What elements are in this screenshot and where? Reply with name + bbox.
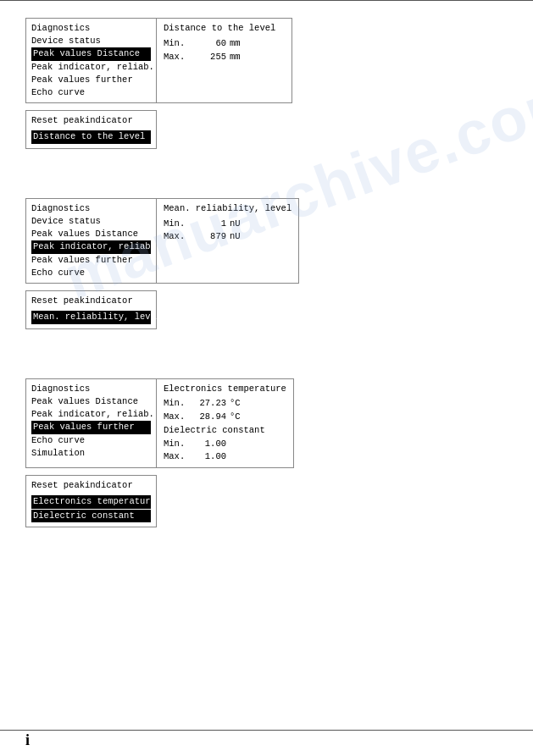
reset-item-3-0[interactable]: Electronics temperature [31,495,151,509]
data-unit-3-0: °C [230,397,247,411]
menu-title-3: Diagnostics [31,383,151,395]
menu-item-3-0[interactable]: Peak values Distance [31,395,151,408]
data-value-1-1: 255 [192,51,226,64]
data-row-3-0: Min. 27.23 °C [164,397,286,411]
spacer-2 [25,345,508,378]
info-icon: i [25,731,30,749]
reset-item-1-0[interactable]: Distance to the level [31,130,151,144]
data-title-3: Electronics temperature [164,383,286,396]
menu-item-3-2[interactable]: Peak values further [31,421,151,433]
data-unit-1-1: mm [230,51,247,64]
data-label-3-2: Dielectric constant [164,424,265,438]
menu-panel-2: Diagnostics Device status Peak values Di… [25,198,157,284]
panel-group-3: Diagnostics Peak values Distance Peak in… [25,378,508,469]
data-row-3-2: Dielectric constant [164,424,286,438]
data-label-3-3: Min. [164,438,189,451]
menu-item-1-4[interactable]: Echo curve [31,86,151,99]
menu-item-2-2[interactable]: Peak indicator, reliab. [31,240,151,253]
data-value-1-0: 60 [192,37,226,51]
data-label-1-1: Max. [164,51,189,64]
data-unit-3-1: °C [230,411,247,424]
data-row-1-1: Max. 255 mm [164,51,285,64]
data-row-2-1: Max. 879 nU [164,230,291,244]
data-row-3-1: Max. 28.94 °C [164,411,286,424]
data-label-3-0: Min. [164,397,189,411]
data-label-1-0: Min. [164,37,189,51]
panel-group-2: Diagnostics Device status Peak values Di… [25,198,508,284]
hr-bottom [0,730,533,731]
data-value-3-4: 1.00 [192,450,226,464]
menu-item-3-3[interactable]: Echo curve [31,434,151,447]
reset-title-2: Reset peakindicator [31,295,151,308]
page-container: manuarchive.com Diagnostics Device statu… [0,0,533,756]
data-label-2-0: Min. [164,218,189,231]
panel-group-1: Diagnostics Device status Peak values Di… [25,18,508,103]
menu-item-1-0[interactable]: Device status [31,35,151,47]
reset-title-3: Reset peakindicator [31,479,151,493]
data-value-2-1: 879 [192,230,226,244]
reset-title-1: Reset peakindicator [31,114,151,128]
data-row-2-0: Min. 1 nU [164,218,291,231]
section-3: Diagnostics Peak values Distance Peak in… [25,378,508,528]
reset-panel-3: Reset peakindicator Electronics temperat… [25,475,157,527]
menu-item-2-3[interactable]: Peak values further [31,254,151,267]
reset-panel-2: Reset peakindicator Mean. reliability, l… [25,290,157,329]
menu-item-1-1[interactable]: Peak values Distance [31,47,151,60]
data-value-3-3: 1.00 [192,438,226,451]
data-value-3-1: 28.94 [192,411,226,424]
reset-item-2-0[interactable]: Mean. reliability, level [31,311,151,324]
data-unit-1-0: mm [230,37,247,51]
reset-item-3-1[interactable]: Dielectric constant [31,510,151,523]
data-value-3-0: 27.23 [192,397,226,411]
menu-item-2-0[interactable]: Device status [31,215,151,228]
data-title-1: Distance to the level [164,22,285,36]
menu-title-1: Diagnostics [31,22,151,35]
menu-item-2-4[interactable]: Echo curve [31,267,151,279]
data-label-3-4: Max. [164,450,189,464]
spacer-1 [25,164,508,198]
menu-title-2: Diagnostics [31,202,151,215]
section-2: Diagnostics Device status Peak values Di… [25,198,508,329]
menu-panel-1: Diagnostics Device status Peak values Di… [25,18,157,103]
data-row-3-3: Min. 1.00 [164,438,286,451]
menu-item-3-1[interactable]: Peak indicator, reliab. [31,408,151,421]
menu-panel-3: Diagnostics Peak values Distance Peak in… [25,378,157,469]
menu-item-1-3[interactable]: Peak values further [31,74,151,86]
data-panel-3: Electronics temperature Min. 27.23 °C Ma… [157,378,294,469]
data-row-3-4: Max. 1.00 [164,450,286,464]
section-1: Diagnostics Device status Peak values Di… [25,18,508,149]
data-label-3-1: Max. [164,411,189,424]
content: Diagnostics Device status Peak values Di… [0,1,533,593]
menu-item-2-1[interactable]: Peak values Distance [31,228,151,240]
menu-item-3-4[interactable]: Simulation [31,447,151,460]
data-panel-1: Distance to the level Min. 60 mm Max. 25… [157,18,292,103]
data-unit-2-0: nU [230,218,247,231]
menu-item-1-2[interactable]: Peak indicator, reliab. [31,61,151,74]
data-value-2-0: 1 [192,218,226,231]
data-label-2-1: Max. [164,230,189,244]
data-unit-2-1: nU [230,230,247,244]
data-panel-2: Mean. reliability, level Min. 1 nU Max. … [157,198,299,284]
data-title-2: Mean. reliability, level [164,202,291,216]
reset-panel-1: Reset peakindicator Distance to the leve… [25,110,157,149]
data-row-1-0: Min. 60 mm [164,37,285,51]
